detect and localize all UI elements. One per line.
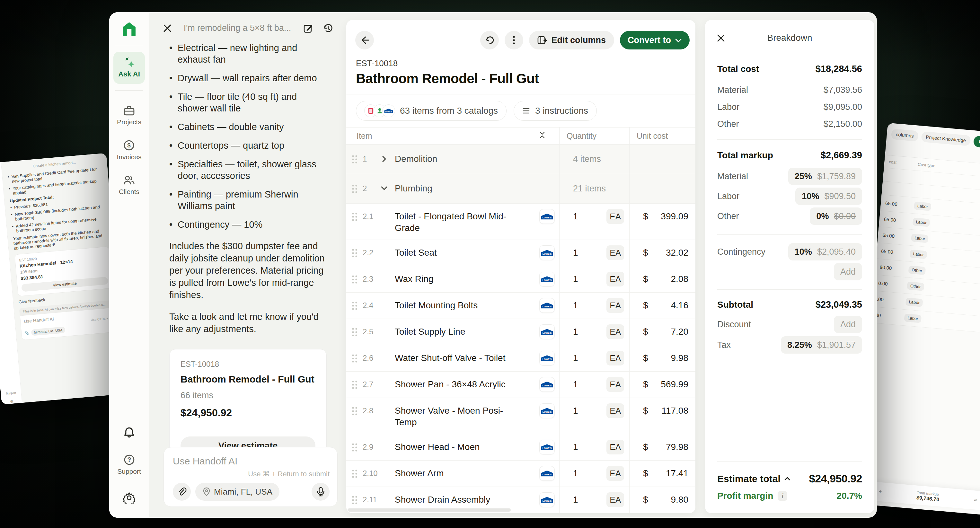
- drag-handle-icon[interactable]: [352, 443, 360, 453]
- sidebar-item-projects[interactable]: Projects: [117, 105, 141, 126]
- add-discount-button[interactable]: Add: [834, 316, 862, 333]
- drag-handle-icon[interactable]: [352, 469, 360, 480]
- quantity-value[interactable]: 1: [573, 300, 578, 311]
- estimate-total-toggle[interactable]: Estimate total: [717, 473, 790, 484]
- quantity-value[interactable]: 1: [573, 494, 578, 506]
- close-chat-button[interactable]: [164, 24, 171, 32]
- lowes-vendor-badge[interactable]: [539, 377, 555, 392]
- unit-cost-value[interactable]: 9.98: [671, 352, 689, 364]
- unit-chip[interactable]: EA: [606, 440, 624, 455]
- unit-cost-value[interactable]: 32.02: [666, 247, 688, 259]
- unit-cost-value[interactable]: 7.20: [671, 326, 689, 337]
- lowes-vendor-badge[interactable]: [539, 440, 555, 455]
- notifications-button[interactable]: [124, 427, 135, 438]
- settings-button[interactable]: [123, 492, 135, 504]
- tax-pill[interactable]: 8.25%$1,901.57: [781, 336, 862, 354]
- edit-columns-button[interactable]: Edit columns: [529, 31, 614, 49]
- collapse-all-icon[interactable]: [539, 131, 545, 141]
- lowes-vendor-badge[interactable]: [539, 403, 555, 418]
- back-button[interactable]: [355, 31, 374, 49]
- drag-handle-icon[interactable]: [352, 328, 360, 338]
- unit-cost-value[interactable]: 399.09: [661, 211, 688, 222]
- labor-markup-pill[interactable]: 10%$909.50: [795, 188, 862, 205]
- lowes-vendor-badge[interactable]: [539, 466, 555, 481]
- unit-chip[interactable]: EA: [606, 351, 624, 366]
- chat-input[interactable]: [173, 456, 329, 467]
- close-breakdown-button[interactable]: [717, 34, 725, 42]
- unit-cost-value[interactable]: 4.16: [671, 300, 689, 311]
- unit-cost-value[interactable]: 9.80: [671, 494, 689, 506]
- unit-cost-value[interactable]: 569.99: [661, 379, 688, 390]
- lowes-vendor-badge[interactable]: [539, 351, 555, 366]
- drag-handle-icon[interactable]: [352, 248, 360, 259]
- lowes-vendor-badge[interactable]: [539, 245, 555, 260]
- quantity-value[interactable]: 1: [573, 405, 578, 417]
- table-item-row[interactable]: 2.7 Shower Pan - 36×48 Acrylic 1 EA $ 56…: [346, 372, 695, 398]
- sidebar-item-clients[interactable]: Clients: [119, 175, 139, 196]
- quantity-value[interactable]: 1: [573, 352, 578, 364]
- lowes-vendor-badge[interactable]: [539, 492, 555, 507]
- group-chevron-icon[interactable]: [381, 185, 395, 191]
- unit-chip[interactable]: EA: [606, 245, 624, 260]
- table-group-row[interactable]: 2 Plumbing 21 items: [346, 174, 695, 204]
- unit-chip[interactable]: EA: [606, 272, 624, 286]
- sidebar-item-invoices[interactable]: Invoices: [116, 140, 141, 161]
- unit-cost-value[interactable]: 117.08: [661, 405, 688, 417]
- unit-chip[interactable]: EA: [606, 298, 624, 313]
- table-item-row[interactable]: 2.4 Toilet Mounting Bolts 1 EA $ 4.16: [346, 293, 695, 319]
- material-markup-pill[interactable]: 25%$1,759.89: [788, 168, 862, 185]
- attach-file-button[interactable]: [173, 483, 191, 501]
- table-item-row[interactable]: 2.5 Toilet Supply Line 1 EA $ 7.20: [346, 319, 695, 345]
- unit-chip[interactable]: EA: [606, 324, 624, 339]
- unit-chip[interactable]: EA: [606, 377, 624, 392]
- table-item-row[interactable]: 2.10 Shower Arm 1 EA $ 17.41: [346, 461, 695, 487]
- table-item-row[interactable]: 2.2 Toilet Seat 1 EA $ 32.02: [346, 240, 695, 266]
- table-item-row[interactable]: 2.8 Shower Valve - Moen Posi-Temp 1 EA $…: [346, 398, 695, 434]
- unit-cost-value[interactable]: 2.08: [671, 273, 689, 285]
- horizontal-scrollbar[interactable]: [348, 508, 511, 512]
- drag-handle-icon[interactable]: [352, 496, 360, 506]
- quantity-value[interactable]: 1: [573, 326, 578, 337]
- group-chevron-icon[interactable]: [381, 156, 395, 162]
- lowes-vendor-badge[interactable]: [539, 324, 555, 339]
- sidebar-item-support[interactable]: Support: [117, 455, 141, 476]
- drag-handle-icon[interactable]: [352, 155, 360, 165]
- drag-handle-icon[interactable]: [352, 212, 360, 223]
- unit-chip[interactable]: EA: [606, 403, 624, 418]
- info-icon[interactable]: i: [778, 491, 787, 501]
- unit-chip[interactable]: EA: [606, 209, 624, 224]
- quantity-value[interactable]: 1: [573, 211, 578, 222]
- more-options-button[interactable]: [504, 31, 523, 49]
- contingency-pill[interactable]: 10%$2,095.40: [788, 243, 862, 261]
- table-group-row[interactable]: 1 Demolition 4 items: [346, 145, 695, 174]
- drag-handle-icon[interactable]: [352, 407, 360, 417]
- quantity-value[interactable]: 1: [573, 468, 578, 479]
- voice-input-button[interactable]: [312, 483, 329, 501]
- location-chip[interactable]: Miami, FL, USA: [195, 483, 280, 501]
- quantity-value[interactable]: 1: [573, 379, 578, 390]
- table-item-row[interactable]: 2.6 Water Shut-off Valve - Toilet 1 EA $…: [346, 345, 695, 372]
- table-item-row[interactable]: 2.1 Toilet - Elongated Bowl Mid-Grade 1 …: [346, 204, 695, 240]
- table-item-row[interactable]: 2.3 Wax Ring 1 EA $ 2.08: [346, 266, 695, 293]
- drag-handle-icon[interactable]: [352, 184, 360, 195]
- quantity-value[interactable]: 1: [573, 273, 578, 285]
- lowes-vendor-badge[interactable]: [539, 298, 555, 313]
- other-markup-pill[interactable]: 0%$0.00: [810, 207, 862, 225]
- drag-handle-icon[interactable]: [352, 275, 360, 285]
- catalogs-badge[interactable]: 63 items from 3 catalogs: [356, 101, 506, 121]
- drag-handle-icon[interactable]: [352, 301, 360, 312]
- new-chat-button[interactable]: [304, 24, 313, 33]
- unit-cost-value[interactable]: 79.98: [666, 441, 688, 453]
- chat-title[interactable]: I'm remodeling a 5×8 ft ba...: [181, 23, 294, 33]
- quantity-value[interactable]: 1: [573, 441, 578, 453]
- instructions-badge[interactable]: 3 instructions: [514, 101, 597, 121]
- chat-history-button[interactable]: [323, 24, 332, 33]
- lowes-vendor-badge[interactable]: [539, 272, 555, 286]
- table-item-row[interactable]: 2.9 Shower Head - Moen 1 EA $ 79.98: [346, 434, 695, 461]
- unit-chip[interactable]: EA: [606, 466, 624, 481]
- drag-handle-icon[interactable]: [352, 354, 360, 364]
- lowes-vendor-badge[interactable]: [539, 209, 555, 224]
- undo-button[interactable]: [480, 31, 499, 49]
- drag-handle-icon[interactable]: [352, 380, 360, 391]
- unit-cost-value[interactable]: 17.41: [666, 468, 688, 479]
